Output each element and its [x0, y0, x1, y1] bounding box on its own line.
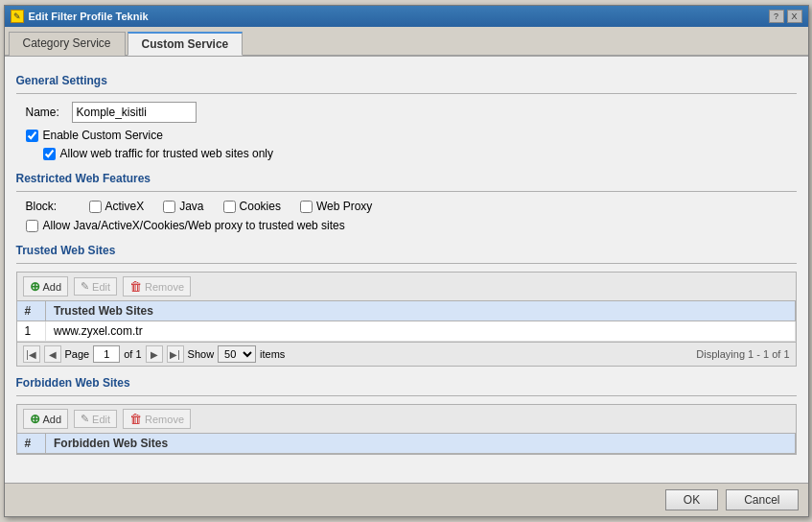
trusted-sites-heading: Trusted Web Sites	[16, 244, 797, 257]
titlebar: ✎ Edit Filter Profile Teknik ? X	[5, 6, 808, 27]
page-next-button[interactable]: ▶	[146, 345, 163, 363]
page-size-select[interactable]: 50	[218, 345, 256, 363]
close-button[interactable]: X	[787, 10, 802, 23]
forbidden-remove-icon: 🗑	[129, 412, 142, 426]
tab-custom-service[interactable]: Custom Service	[128, 32, 244, 56]
trusted-edit-button[interactable]: ✎ Edit	[74, 277, 117, 296]
allow-trusted-checkbox[interactable]	[43, 148, 56, 160]
row-site: www.zyxel.com.tr	[46, 321, 796, 342]
forbidden-col-sites: Forbidden Web Sites	[46, 434, 796, 454]
cookies-checkbox[interactable]	[223, 201, 236, 213]
activex-label: ActiveX	[105, 200, 145, 213]
forbidden-sites-table-section: ⊕ Add ✎ Edit 🗑 Remove #	[16, 404, 797, 455]
trusted-sites-toolbar: ⊕ Add ✎ Edit 🗑 Remove	[17, 273, 796, 301]
displaying-text: Displaying 1 - 1 of 1	[696, 348, 789, 360]
scroll-container[interactable]: General Settings Name: Enable Custom Ser…	[5, 57, 808, 483]
allow-trusted-row: Allow web traffic for trusted web sites …	[16, 147, 797, 160]
webproxy-checkbox[interactable]	[300, 201, 313, 213]
block-row: Block: ActiveX Java Cookies Web Proxy	[16, 200, 797, 213]
name-input[interactable]	[72, 102, 197, 123]
name-label: Name:	[26, 106, 64, 119]
remove-icon: 🗑	[129, 279, 142, 294]
forbidden-table-header-row: # Forbidden Web Sites	[17, 434, 796, 454]
forbidden-remove-button[interactable]: 🗑 Remove	[123, 409, 191, 429]
forbidden-edit-icon: ✎	[81, 413, 89, 425]
main-window: ✎ Edit Filter Profile Teknik ? X Categor…	[4, 5, 809, 517]
webproxy-item: Web Proxy	[300, 200, 372, 213]
general-settings-heading: General Settings	[16, 74, 797, 87]
forbidden-sites-table: # Forbidden Web Sites	[17, 434, 796, 454]
trusted-add-button[interactable]: ⊕ Add	[23, 276, 69, 297]
content-area: General Settings Name: Enable Custom Ser…	[5, 57, 808, 483]
page-last-button[interactable]: ▶|	[167, 345, 184, 363]
trusted-pagination: |◀ ◀ Page of 1 ▶ ▶| Show 50 items Displa…	[17, 342, 796, 366]
trusted-sites-table-section: ⊕ Add ✎ Edit 🗑 Remove #	[16, 272, 797, 367]
enable-custom-service-checkbox[interactable]	[26, 130, 38, 142]
tabs-bar: Category Service Custom Service	[5, 27, 808, 57]
general-settings-divider	[16, 93, 797, 94]
page-label: Page	[65, 348, 90, 360]
name-row: Name:	[16, 102, 797, 123]
page-prev-button[interactable]: ◀	[44, 345, 61, 363]
trusted-sites-divider	[16, 263, 797, 264]
add-icon: ⊕	[30, 279, 40, 294]
activex-item: ActiveX	[89, 200, 145, 213]
cancel-button[interactable]: Cancel	[726, 489, 798, 510]
restricted-features-divider	[16, 191, 797, 192]
titlebar-controls: ? X	[769, 10, 802, 23]
page-first-button[interactable]: |◀	[23, 345, 40, 363]
forbidden-sites-heading: Forbidden Web Sites	[16, 376, 797, 390]
restricted-features-heading: Restricted Web Features	[16, 172, 797, 185]
trusted-sites-table: # Trusted Web Sites 1www.zyxel.com.tr	[17, 301, 796, 342]
block-label: Block:	[26, 200, 62, 213]
help-button[interactable]: ?	[769, 10, 784, 23]
window-title: Edit Filter Profile Teknik	[29, 11, 149, 22]
java-item: Java	[163, 200, 203, 213]
trusted-col-num: #	[17, 301, 46, 321]
allow-trusted-label: Allow web traffic for trusted web sites …	[60, 147, 274, 160]
allow-java-row: Allow Java/ActiveX/Cookies/Web proxy to …	[16, 219, 797, 232]
forbidden-add-button[interactable]: ⊕ Add	[23, 409, 69, 429]
edit-icon: ✎	[81, 280, 89, 293]
of-label: of 1	[124, 348, 141, 360]
row-num: 1	[17, 321, 46, 342]
enable-custom-service-row: Enable Custom Service	[16, 129, 797, 142]
cookies-item: Cookies	[223, 200, 281, 213]
forbidden-edit-button[interactable]: ✎ Edit	[74, 410, 117, 428]
webproxy-label: Web Proxy	[316, 200, 372, 213]
forbidden-col-num: #	[17, 434, 46, 454]
enable-custom-service-label: Enable Custom Service	[43, 129, 163, 142]
show-label: Show	[188, 348, 215, 360]
table-row[interactable]: 1www.zyxel.com.tr	[17, 321, 796, 342]
cookies-label: Cookies	[240, 200, 281, 213]
ok-button[interactable]: OK	[665, 489, 718, 510]
trusted-table-header-row: # Trusted Web Sites	[17, 301, 796, 321]
allow-java-checkbox[interactable]	[26, 220, 38, 232]
activex-checkbox[interactable]	[89, 201, 102, 213]
allow-java-label: Allow Java/ActiveX/Cookies/Web proxy to …	[43, 219, 345, 232]
forbidden-add-icon: ⊕	[30, 412, 40, 426]
java-label: Java	[179, 200, 203, 213]
java-checkbox[interactable]	[163, 201, 175, 213]
trusted-remove-button[interactable]: 🗑 Remove	[123, 276, 191, 297]
tab-category-service[interactable]: Category Service	[9, 32, 126, 56]
forbidden-sites-toolbar: ⊕ Add ✎ Edit 🗑 Remove	[17, 405, 796, 434]
titlebar-left: ✎ Edit Filter Profile Teknik	[11, 10, 149, 23]
footer: OK Cancel	[5, 483, 808, 516]
items-label: items	[260, 348, 285, 360]
window-icon: ✎	[11, 10, 24, 23]
trusted-col-sites: Trusted Web Sites	[46, 301, 796, 321]
forbidden-sites-divider	[16, 395, 797, 396]
page-input[interactable]	[93, 345, 120, 363]
